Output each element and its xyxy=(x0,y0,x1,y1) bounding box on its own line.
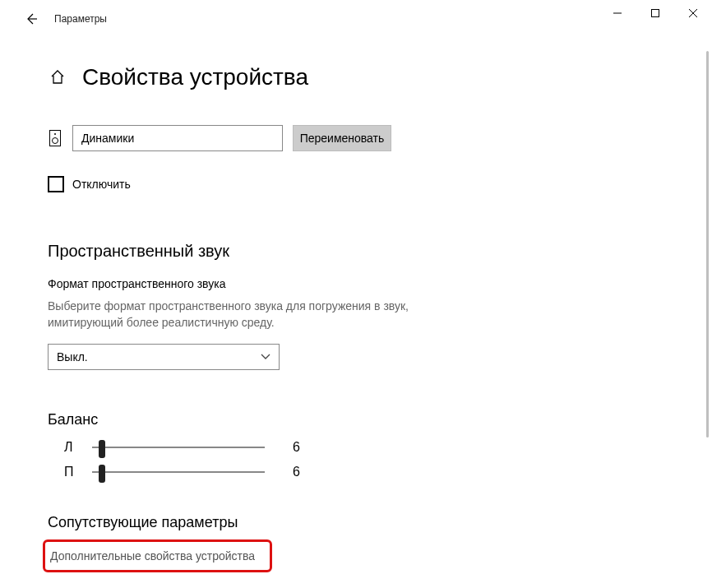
close-icon xyxy=(689,9,697,17)
heading-row: Свойства устройства xyxy=(48,64,712,90)
spatial-format-label: Формат пространственного звука xyxy=(48,277,712,290)
maximize-icon xyxy=(651,9,659,17)
left-balance-value: 6 xyxy=(293,440,309,455)
right-slider-thumb[interactable] xyxy=(99,465,105,483)
dropdown-selected-value: Выкл. xyxy=(57,350,88,363)
device-name-input[interactable] xyxy=(72,125,283,151)
right-balance-slider[interactable] xyxy=(92,471,265,473)
minimize-icon xyxy=(613,9,622,17)
svg-point-6 xyxy=(53,138,58,144)
spatial-format-dropdown[interactable]: Выкл. xyxy=(48,344,280,370)
spatial-help-text: Выберите формат пространственного звука … xyxy=(48,299,426,331)
left-channel-letter: Л xyxy=(64,440,79,455)
home-icon xyxy=(50,70,65,85)
balance-left-row: Л 6 xyxy=(64,440,712,455)
home-button[interactable] xyxy=(48,67,67,87)
right-channel-letter: П xyxy=(64,465,79,479)
disable-checkbox[interactable] xyxy=(48,176,64,192)
balance-section-label: Баланс xyxy=(48,411,712,428)
chevron-down-icon xyxy=(261,354,270,360)
balance-right-row: П 6 xyxy=(64,465,712,479)
left-slider-thumb[interactable] xyxy=(99,440,105,458)
svg-point-5 xyxy=(54,133,56,135)
arrow-left-icon xyxy=(25,12,38,25)
speaker-icon xyxy=(48,128,62,148)
page-title: Свойства устройства xyxy=(82,64,308,90)
maximize-button[interactable] xyxy=(636,0,674,26)
svg-rect-1 xyxy=(652,10,659,17)
related-section-title: Сопутствующие параметры xyxy=(48,514,712,531)
highlight-box: Дополнительные свойства устройства xyxy=(43,539,272,572)
left-balance-slider[interactable] xyxy=(92,447,265,448)
right-balance-value: 6 xyxy=(293,465,309,479)
rename-button[interactable]: Переименовать xyxy=(293,125,391,151)
disable-label: Отключить xyxy=(72,178,131,191)
back-button[interactable] xyxy=(16,4,46,34)
close-button[interactable] xyxy=(674,0,712,26)
settings-window: Параметры Свойства устройства xyxy=(0,0,712,588)
scrollbar-thumb[interactable] xyxy=(706,51,709,438)
window-title: Параметры xyxy=(54,13,107,25)
additional-properties-link[interactable]: Дополнительные свойства устройства xyxy=(45,549,255,563)
content-area: Свойства устройства Переименовать Отключ… xyxy=(48,64,712,588)
disable-checkbox-row: Отключить xyxy=(48,176,712,192)
spatial-sound-title: Пространственный звук xyxy=(48,242,712,261)
window-controls xyxy=(599,0,712,26)
minimize-button[interactable] xyxy=(599,0,636,26)
titlebar: Параметры xyxy=(0,0,712,38)
device-row: Переименовать xyxy=(48,125,712,151)
